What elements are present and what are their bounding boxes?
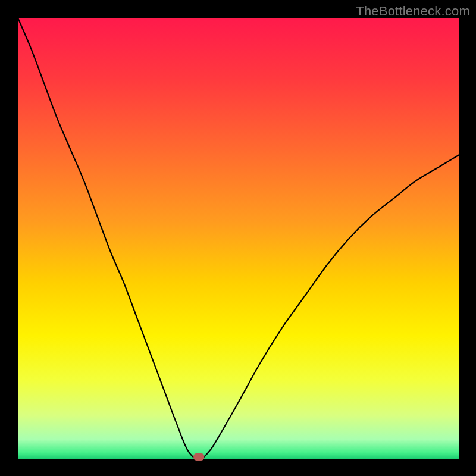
plot-area xyxy=(18,18,459,459)
bottleneck-chart xyxy=(0,0,476,476)
chart-frame: TheBottleneck.com xyxy=(0,0,476,476)
optimal-marker xyxy=(193,453,204,461)
